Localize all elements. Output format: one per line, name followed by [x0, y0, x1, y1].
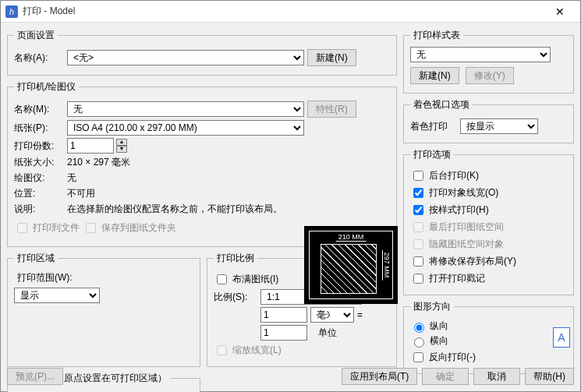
- copies-spinner[interactable]: ▲▼: [116, 139, 127, 153]
- page-setup-group: 页面设置 名称(A): <无> 新建(N): [7, 29, 397, 76]
- style-new-button[interactable]: 新建(N): [410, 67, 459, 84]
- print-to-file-check[interactable]: 打印到文件: [14, 221, 80, 235]
- plotter-label: 绘图仪:: [14, 171, 64, 185]
- plot-style-group: 打印样式表 无 新建(N) 修改(Y): [403, 29, 574, 94]
- shade-legend: 着色视口选项: [410, 98, 473, 111]
- shade-select[interactable]: 按显示: [460, 118, 538, 134]
- printer-name-select[interactable]: 无: [67, 101, 304, 117]
- ok-button[interactable]: 确定: [422, 368, 469, 385]
- reverse-print-check[interactable]: 反向打印(-): [410, 350, 567, 365]
- paperspace-last-check[interactable]: 最后打印图纸空间: [410, 220, 567, 235]
- print-options-legend: 打印选项: [410, 148, 454, 161]
- plot-stamp-check[interactable]: 打开打印戳记: [410, 271, 567, 286]
- ratio-label: 比例(S):: [214, 291, 257, 304]
- plot-style-legend: 打印样式表: [410, 29, 463, 42]
- plotter-value: 无: [67, 171, 76, 185]
- page-name-label: 名称(A):: [14, 51, 64, 65]
- papersize-label: 纸张大小:: [14, 156, 64, 169]
- print-options-group: 打印选项 后台打印(K) 打印对象线宽(O) 按样式打印(H) 最后打印图纸空间…: [403, 148, 574, 295]
- printer-props-button[interactable]: 特性(R): [307, 101, 356, 118]
- page-new-button[interactable]: 新建(N): [307, 49, 356, 66]
- bg-print-check[interactable]: 后台打印(K): [410, 168, 567, 183]
- paper-preview: 210 MM 297 MM: [304, 226, 398, 304]
- lineweight-check[interactable]: 打印对象线宽(O): [410, 185, 567, 200]
- print-area-group: 打印区域 打印范围(W): 显示: [7, 252, 200, 367]
- page-setup-legend: 页面设置: [14, 29, 58, 42]
- print-scale-legend: 打印比例: [214, 252, 257, 265]
- preview-hatch: [321, 244, 377, 294]
- preview-button[interactable]: 预览(P)...: [7, 368, 63, 385]
- window-title: 打印 - Model: [23, 5, 544, 18]
- scale-unit1-select[interactable]: 毫米: [310, 307, 354, 323]
- shade-label: 着色打印: [410, 120, 457, 133]
- desc-value: 在选择新的绘图仪配置名称之前，不能打印该布局。: [67, 203, 293, 216]
- eq-label: =: [357, 309, 363, 320]
- landscape-radio[interactable]: 横向: [410, 334, 567, 348]
- scale-num1-input[interactable]: [260, 307, 307, 323]
- cancel-button[interactable]: 取消: [473, 368, 520, 385]
- hide-pspace-check[interactable]: 隐藏图纸空间对象: [410, 237, 567, 252]
- save-to-sheet-check[interactable]: 保存到图纸文件夹: [83, 221, 176, 235]
- close-button[interactable]: ✕: [544, 1, 576, 23]
- orientation-icon: A: [553, 327, 570, 348]
- print-range-label: 打印范围(W):: [17, 271, 193, 284]
- orientation-group: 图形方向 纵向 横向 反向打印(-) A: [403, 300, 574, 374]
- preview-height-label: 297 MM: [382, 250, 391, 281]
- portrait-radio[interactable]: 纵向: [410, 320, 567, 333]
- print-dialog: h 打印 - Model ✕ 页面设置 名称(A): <无> 新建(N) 打印机…: [0, 0, 581, 392]
- location-value: 不可用: [67, 187, 95, 200]
- scale-lineweight-check[interactable]: 缩放线宽(L): [214, 343, 390, 358]
- style-edit-button[interactable]: 修改(Y): [466, 67, 514, 84]
- save-layout-check[interactable]: 将修改保存到布局(Y): [410, 254, 567, 269]
- print-range-select[interactable]: 显示: [14, 288, 100, 303]
- titlebar: h 打印 - Model ✕: [1, 1, 580, 23]
- paper-label: 纸张(P):: [14, 122, 64, 135]
- scale-unit2-label: 单位: [318, 327, 337, 340]
- app-icon: h: [5, 5, 18, 18]
- preview-width-label: 210 MM: [336, 233, 367, 242]
- plot-style-select[interactable]: 无: [410, 47, 551, 62]
- location-label: 位置:: [14, 187, 64, 200]
- style-print-check[interactable]: 按样式打印(H): [410, 203, 567, 217]
- dialog-button-row: 预览(P)... 应用到布局(T) 确定 取消 帮助(H): [7, 368, 574, 385]
- page-name-select[interactable]: <无>: [67, 50, 304, 65]
- copies-input[interactable]: [67, 138, 114, 154]
- papersize-value: 210 × 297 毫米: [67, 156, 130, 169]
- printer-group: 打印机/绘图仪 名称(M): 无 特性(R) 纸张(P): ISO A4 (21…: [7, 80, 397, 247]
- shade-group: 着色视口选项 着色打印 按显示: [403, 98, 574, 143]
- printer-name-label: 名称(M):: [14, 103, 64, 116]
- copies-label: 打印份数:: [14, 139, 64, 153]
- paper-select[interactable]: ISO A4 (210.00 x 297.00 MM): [67, 120, 304, 136]
- orientation-legend: 图形方向: [410, 300, 454, 313]
- printer-legend: 打印机/绘图仪: [14, 80, 79, 94]
- scale-num2-input[interactable]: [260, 325, 307, 341]
- print-area-legend: 打印区域: [14, 252, 58, 265]
- apply-button[interactable]: 应用到布局(T): [342, 368, 417, 385]
- desc-label: 说明:: [14, 203, 64, 216]
- help-button[interactable]: 帮助(H): [525, 368, 574, 385]
